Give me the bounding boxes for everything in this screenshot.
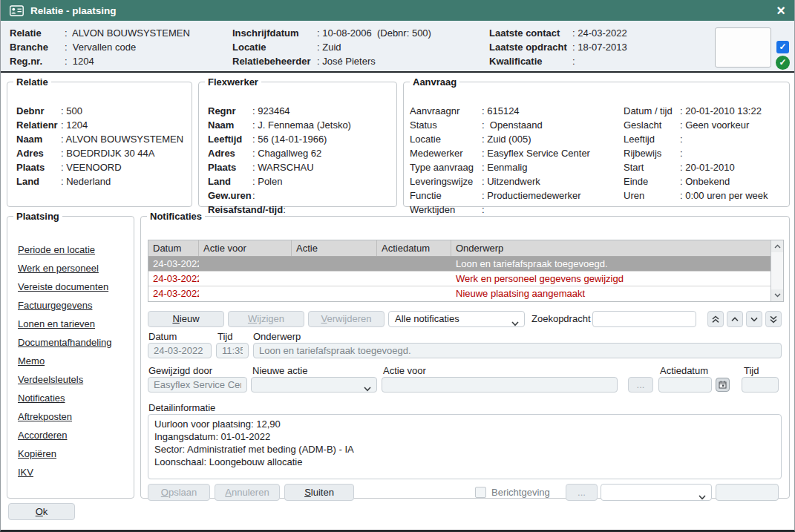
checked-checkbox-icon[interactable]: ✓ bbox=[776, 41, 789, 53]
actie-voor-browse-button: ... bbox=[628, 377, 653, 393]
plaatsing-nav-panel: Plaatsing Periode en locatie Werk en per… bbox=[7, 211, 134, 499]
nav-link-kopieren[interactable]: Kopiëren bbox=[18, 447, 111, 461]
field-label: Plaats bbox=[16, 160, 61, 174]
berichtgeving-browse-button: ... bbox=[566, 484, 598, 501]
wijzigen-button: Wijzigen bbox=[228, 311, 304, 327]
nav-link-werk-en-personeel[interactable]: Werk en personeel bbox=[18, 261, 111, 275]
detailinformatie-label: Detailinformatie bbox=[148, 403, 215, 413]
header-label: Relatie bbox=[10, 26, 65, 40]
nav-link-verdeelsleutels[interactable]: Verdeelsleutels bbox=[18, 372, 111, 387]
nav-link-lonen-en-tarieven[interactable]: Lonen en tarieven bbox=[18, 317, 111, 331]
column-header-actiedatum: Actiedatum bbox=[377, 240, 451, 256]
next-result-button[interactable] bbox=[746, 311, 762, 327]
calendar-icon bbox=[716, 378, 730, 392]
ok-button[interactable]: Ok bbox=[8, 503, 75, 520]
header-col-inschrijving: Inschrijfdatum: 10-08-2006 (Debnr: 500) … bbox=[232, 26, 489, 68]
header-label: Locatie bbox=[232, 40, 317, 54]
nav-link-periode-en-locatie[interactable]: Periode en locatie bbox=[18, 243, 111, 257]
window-title: Relatie - plaatsing bbox=[30, 5, 117, 16]
last-result-button[interactable] bbox=[765, 311, 782, 327]
opslaan-button: Opslaan bbox=[148, 484, 210, 501]
header-label: Laatste contact bbox=[489, 26, 572, 40]
table-row[interactable]: 24-03-2022 Nieuwe plaatsing aangemaakt bbox=[148, 286, 771, 301]
field-value: : Uitzendwerk bbox=[482, 174, 540, 188]
field-label: Leeftijd bbox=[208, 132, 252, 146]
nav-link-accorderen[interactable]: Accorderen bbox=[18, 428, 111, 442]
header-value: : 1204 bbox=[65, 54, 94, 68]
field-label: Status bbox=[410, 118, 482, 132]
field-value: : Zuid (005) bbox=[482, 132, 531, 146]
field-label: Medewerker bbox=[410, 146, 482, 160]
sluiten-button[interactable]: Sluiten bbox=[284, 484, 354, 501]
field-value: : Openstaand bbox=[482, 118, 543, 132]
nav-link-notificaties[interactable]: Notificaties bbox=[18, 391, 111, 405]
scroll-down-icon[interactable] bbox=[771, 289, 783, 301]
field-label: Leeftijd bbox=[624, 132, 680, 146]
field-value: : 615124 bbox=[482, 104, 520, 118]
field-label: Adres bbox=[208, 146, 252, 160]
table-row[interactable]: 24-03-2022 Loon en tariefafspraak toegev… bbox=[148, 257, 771, 272]
previous-result-button[interactable] bbox=[727, 311, 743, 327]
berichtgeving-select[interactable] bbox=[601, 484, 712, 501]
scroll-up-icon[interactable] bbox=[771, 240, 783, 252]
actiedatum-input bbox=[658, 377, 712, 393]
first-result-button[interactable] bbox=[707, 311, 724, 327]
notificaties-legend: Notificaties bbox=[147, 211, 205, 222]
field-label: Regnr bbox=[208, 104, 252, 118]
field-value: : Nederland bbox=[61, 174, 111, 188]
filter-selected-value: Alle notificaties bbox=[395, 313, 459, 324]
annuleren-button: Annuleren bbox=[215, 484, 280, 501]
field-value: : ALVON BOUWSYSTEMEN bbox=[61, 132, 183, 146]
header-value: : Vervallen code bbox=[65, 40, 136, 54]
notificaties-panel: Notificaties Datum Actie voor Actie Acti… bbox=[140, 211, 790, 499]
relatie-plaatsing-window: Relatie - plaatsing × Relatie: ALVON BOU… bbox=[0, 0, 795, 532]
table-scrollbar[interactable] bbox=[771, 240, 783, 301]
field-label: Relatienr bbox=[16, 118, 61, 132]
field-label: Einde bbox=[624, 174, 680, 188]
nav-link-ikv[interactable]: IKV bbox=[18, 465, 111, 479]
flexwerker-legend: Flexwerker bbox=[205, 76, 261, 88]
field-value: : 20-01-2010 bbox=[680, 160, 735, 174]
aanvraag-right-col: Datum / tijd: 20-01-2010 13:22 Geslacht:… bbox=[624, 104, 785, 217]
column-header-datum: Datum bbox=[148, 240, 199, 256]
plaatsing-legend: Plaatsing bbox=[13, 211, 62, 222]
field-value: : BOEDRDIJK 30 44A bbox=[61, 146, 154, 160]
verwijderen-button: Verwijderen bbox=[308, 311, 385, 327]
cell-datum: 24-03-2022 bbox=[148, 257, 199, 271]
nav-link-memo[interactable]: Memo bbox=[18, 354, 111, 368]
detailinformatie-textarea: Uurloon voor plaatsing: 12,90 Ingangsdat… bbox=[148, 414, 782, 479]
header-col-contact: Laatste contact: 24-03-2022 Laatste opdr… bbox=[489, 26, 682, 68]
actie-voor-input bbox=[382, 377, 618, 393]
nav-link-factuurgegevens[interactable]: Factuurgegevens bbox=[18, 298, 111, 312]
field-label: Functie bbox=[410, 188, 482, 203]
field-value: : 0:00 uren per week bbox=[680, 188, 768, 203]
header-label: Inschrijfdatum bbox=[232, 26, 317, 40]
cell-actiedatum bbox=[377, 286, 451, 301]
field-label: Land bbox=[208, 174, 252, 188]
status-ok-icon: ✓ bbox=[776, 56, 790, 70]
field-value: : Onbekend bbox=[680, 174, 730, 188]
field-value: : WARSCHAU bbox=[252, 160, 314, 174]
nav-link-vereiste-documenten[interactable]: Vereiste documenten bbox=[18, 280, 111, 294]
zoekopdracht-label: Zoekopdracht bbox=[531, 314, 591, 324]
cell-actie bbox=[292, 286, 377, 301]
nav-link-aftrekposten[interactable]: Aftrekposten bbox=[18, 410, 111, 424]
nav-link-documentafhandeling[interactable]: Documentafhandeling bbox=[18, 335, 111, 349]
header-value: : bbox=[572, 54, 575, 68]
field-value: : 20-01-2010 13:22 bbox=[680, 104, 762, 118]
cell-datum: 24-03-2022 bbox=[148, 286, 199, 301]
search-input[interactable] bbox=[592, 311, 696, 327]
header-label: Laatste opdracht bbox=[489, 40, 572, 54]
field-value: : J. Fennemaa (Jetsko) bbox=[252, 118, 351, 132]
onderwerp-input bbox=[253, 343, 782, 358]
field-label: Aanvraagnr bbox=[410, 104, 482, 118]
close-icon[interactable]: × bbox=[776, 2, 785, 19]
header-label: Reg.nr. bbox=[10, 54, 65, 68]
nieuw-button[interactable]: Nieuw bbox=[148, 311, 224, 327]
cell-onderwerp: Werk en personeel gegevens gewijzigd bbox=[451, 272, 771, 286]
nieuwe-actie-label: Nieuwe actie bbox=[252, 366, 307, 376]
field-label: Gew.uren bbox=[208, 188, 252, 203]
table-row[interactable]: 24-03-2022 Werk en personeel gegevens ge… bbox=[148, 272, 771, 286]
notification-filter-select[interactable]: Alle notificaties bbox=[388, 311, 525, 327]
cell-actie bbox=[292, 272, 377, 286]
